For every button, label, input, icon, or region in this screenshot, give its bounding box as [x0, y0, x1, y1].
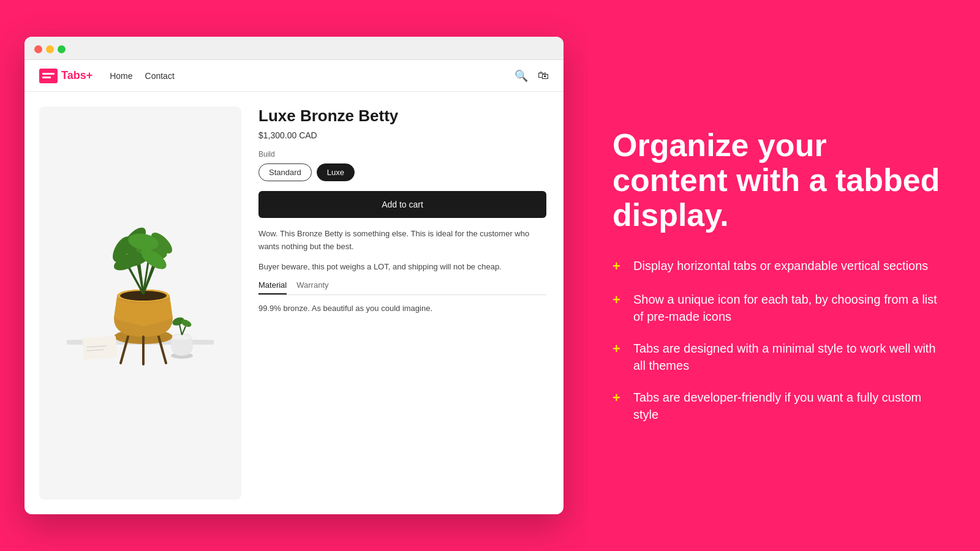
product-content: Luxe Bronze Betty $1,300.00 CAD Build St…	[24, 92, 564, 514]
store-navbar: Tabs+ Home Contact 🔍 🛍	[24, 60, 564, 92]
browser-dots	[34, 45, 554, 53]
browser-window: Tabs+ Home Contact 🔍 🛍	[24, 37, 564, 514]
tab-content: 99.9% bronze. As beautiful as you could …	[258, 302, 546, 315]
logo-line-1	[42, 73, 55, 75]
feature-text-4: Tabs are developer-friendly if you want …	[633, 389, 943, 423]
feature-text-1: Display horizontal tabs or expandable ve…	[633, 257, 928, 274]
feature-item-2: + Show a unique icon for each tab, by ch…	[612, 291, 943, 325]
nav-link-home[interactable]: Home	[110, 71, 132, 81]
dot-red[interactable]	[34, 45, 42, 53]
tabs-nav: Material Warranty	[258, 280, 546, 295]
product-image-area	[39, 107, 241, 500]
add-to-cart-button[interactable]: Add to cart	[258, 191, 546, 218]
dot-green[interactable]	[58, 45, 66, 53]
cart-icon[interactable]: 🛍	[538, 69, 549, 82]
svg-line-25	[179, 324, 182, 335]
store-nav-links: Home Contact	[110, 71, 175, 81]
tab-warranty[interactable]: Warranty	[296, 280, 328, 294]
right-panel: Organize your content with a tabbed disp…	[588, 0, 980, 551]
feature-plus-3: +	[612, 340, 625, 359]
tabs-section: Material Warranty 99.9% bronze. As beaut…	[258, 280, 546, 315]
variant-luxe[interactable]: Luxe	[317, 163, 355, 181]
product-description-2: Buyer beware, this pot weighs a LOT, and…	[258, 261, 546, 274]
features-list: + Display horizontal tabs or expandable …	[612, 257, 943, 423]
tab-material[interactable]: Material	[258, 280, 287, 294]
feature-plus-1: +	[612, 257, 625, 276]
feature-item-3: + Tabs are designed with a minimal style…	[612, 340, 943, 374]
svg-line-26	[182, 326, 186, 335]
dot-yellow[interactable]	[46, 45, 54, 53]
feature-plus-4: +	[612, 389, 625, 408]
browser-chrome	[24, 37, 564, 60]
nav-link-contact[interactable]: Contact	[145, 71, 175, 81]
store-nav-icons: 🔍 🛍	[514, 69, 549, 83]
build-label: Build	[258, 150, 546, 159]
feature-text-2: Show a unique icon for each tab, by choo…	[633, 291, 943, 325]
left-panel: Tabs+ Home Contact 🔍 🛍	[0, 0, 588, 551]
logo-icon	[39, 69, 58, 83]
variant-options: Standard Luxe	[258, 163, 546, 181]
feature-text-3: Tabs are designed with a minimal style t…	[633, 340, 943, 374]
logo-text: Tabs+	[61, 69, 92, 82]
feature-plus-2: +	[612, 291, 625, 310]
headline: Organize your content with a tabbed disp…	[612, 128, 943, 233]
variant-standard[interactable]: Standard	[258, 163, 312, 181]
product-title: Luxe Bronze Betty	[258, 107, 546, 126]
search-icon[interactable]: 🔍	[514, 69, 528, 83]
feature-item-4: + Tabs are developer-friendly if you wan…	[612, 389, 943, 423]
product-description-1: Wow. This Bronze Betty is something else…	[258, 228, 546, 253]
logo-line-2	[42, 77, 51, 78]
product-image-svg	[48, 199, 232, 407]
product-price: $1,300.00 CAD	[258, 130, 546, 140]
svg-point-24	[172, 335, 192, 340]
store-logo: Tabs+	[39, 69, 92, 83]
product-details: Luxe Bronze Betty $1,300.00 CAD Build St…	[241, 92, 564, 514]
feature-item-1: + Display horizontal tabs or expandable …	[612, 257, 943, 276]
svg-rect-29	[82, 335, 118, 360]
